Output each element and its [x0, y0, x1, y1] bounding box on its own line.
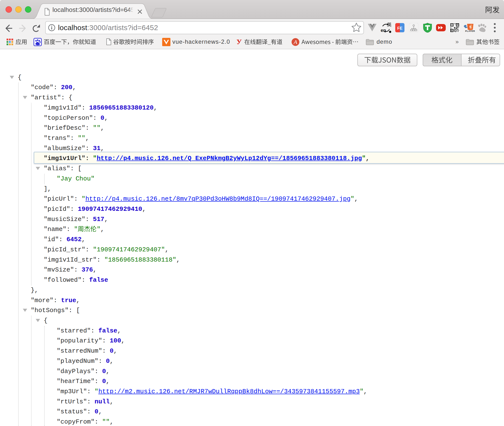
svg-text:У: У	[236, 38, 242, 46]
svg-text:A: A	[293, 39, 297, 45]
svg-text:FE: FE	[397, 26, 403, 31]
svg-text:5: 5	[470, 25, 471, 29]
